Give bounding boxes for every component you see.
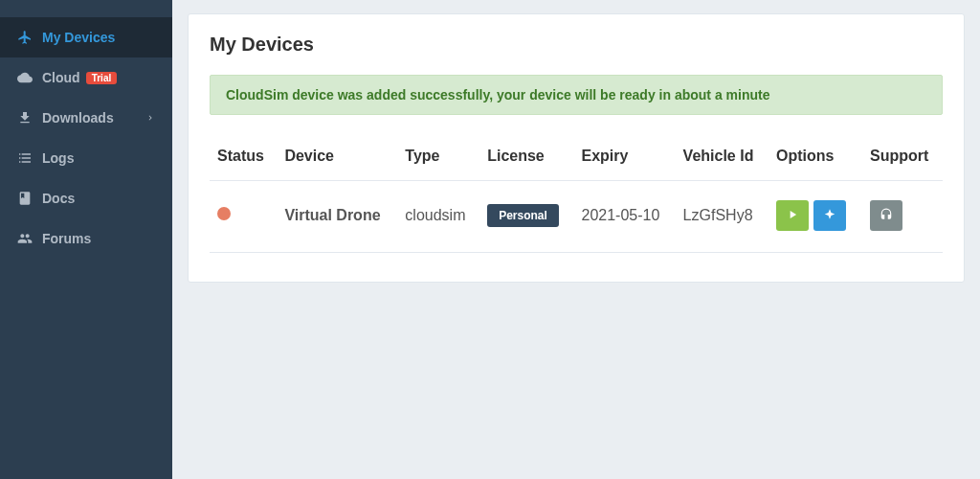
sidebar-item-label: Logs bbox=[42, 150, 74, 166]
device-name: Virtual Drone bbox=[277, 181, 397, 253]
sidebar-item-label: Cloud bbox=[42, 70, 80, 85]
sidebar: My Devices Cloud Trial Downloads Logs bbox=[0, 0, 172, 479]
launch-button[interactable] bbox=[813, 200, 846, 231]
col-expiry: Expiry bbox=[574, 138, 676, 181]
rocket-icon bbox=[823, 208, 836, 224]
content-panel: My Devices CloudSim device was added suc… bbox=[188, 13, 965, 283]
sidebar-item-cloud[interactable]: Cloud Trial bbox=[0, 57, 172, 98]
support-button[interactable] bbox=[870, 200, 902, 231]
sidebar-item-logs[interactable]: Logs bbox=[0, 138, 172, 178]
col-support: Support bbox=[862, 138, 943, 181]
headset-icon bbox=[880, 208, 893, 224]
col-device: Device bbox=[277, 138, 397, 181]
sidebar-item-my-devices[interactable]: My Devices bbox=[0, 17, 172, 57]
col-status: Status bbox=[210, 138, 277, 181]
sidebar-item-forums[interactable]: Forums bbox=[0, 218, 172, 259]
trial-badge: Trial bbox=[86, 72, 118, 84]
alert-message: CloudSim device was added successfully, … bbox=[226, 87, 769, 103]
sidebar-item-docs[interactable]: Docs bbox=[0, 178, 172, 218]
play-button[interactable] bbox=[776, 200, 809, 231]
sidebar-item-label: My Devices bbox=[42, 30, 115, 45]
play-icon bbox=[786, 208, 799, 224]
expiry-date: 2021-05-10 bbox=[574, 181, 676, 253]
status-indicator bbox=[217, 207, 231, 220]
list-icon bbox=[17, 150, 33, 166]
sidebar-item-label: Docs bbox=[42, 191, 75, 206]
plane-icon bbox=[17, 30, 33, 45]
main-content: My Devices CloudSim device was added suc… bbox=[172, 0, 980, 479]
sidebar-item-downloads[interactable]: Downloads bbox=[0, 98, 172, 138]
sidebar-item-label: Forums bbox=[42, 231, 91, 246]
vehicle-id: LzGfSHy8 bbox=[676, 181, 768, 253]
col-vehicle-id: Vehicle Id bbox=[676, 138, 768, 181]
download-icon bbox=[17, 110, 33, 125]
success-alert: CloudSim device was added successfully, … bbox=[210, 75, 943, 115]
page-title: My Devices bbox=[210, 34, 943, 56]
license-badge: Personal bbox=[487, 204, 559, 227]
table-row: Virtual Drone cloudsim Personal 2021-05-… bbox=[210, 181, 943, 253]
sidebar-item-label: Downloads bbox=[42, 110, 114, 125]
devices-table: Status Device Type License Expiry Vehicl… bbox=[210, 138, 943, 253]
cloud-icon bbox=[17, 70, 33, 85]
device-type: cloudsim bbox=[397, 181, 479, 253]
col-type: Type bbox=[397, 138, 479, 181]
users-icon bbox=[17, 231, 33, 246]
chevron-right-icon bbox=[145, 113, 155, 123]
book-icon bbox=[17, 191, 33, 206]
col-options: Options bbox=[768, 138, 862, 181]
col-license: License bbox=[479, 138, 573, 181]
